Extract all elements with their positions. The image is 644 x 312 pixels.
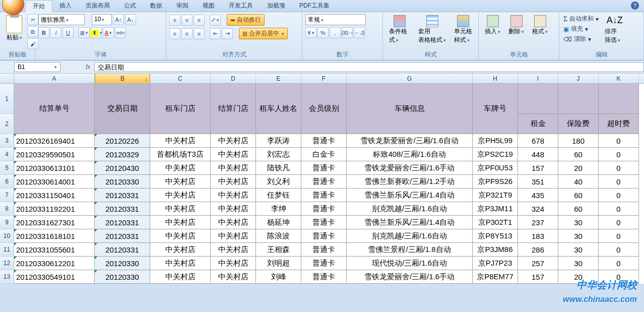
- data-cell[interactable]: 30: [558, 243, 599, 257]
- data-cell[interactable]: 20120330: [95, 270, 150, 284]
- col-header-H[interactable]: H: [473, 74, 518, 83]
- select-all-corner[interactable]: [0, 74, 14, 83]
- wrap-text-button[interactable]: ➥自动换行: [227, 14, 265, 26]
- data-cell[interactable]: 任梦钰: [256, 189, 301, 202]
- data-cell[interactable]: 183: [518, 229, 558, 243]
- data-cell[interactable]: 雪铁龙爱丽舍/三厢/1.6手动: [347, 161, 473, 175]
- data-cell[interactable]: 刘峰: [256, 270, 301, 284]
- font-name-combo[interactable]: 微软雅黑: [38, 14, 85, 25]
- border-button[interactable]: ⊞: [79, 27, 90, 38]
- data-cell[interactable]: 30: [558, 257, 599, 270]
- grow-font-button[interactable]: A↑: [113, 14, 124, 25]
- data-cell[interactable]: 20120331: [95, 189, 150, 202]
- accounting-format-button[interactable]: ¥: [305, 27, 316, 38]
- number-format-combo[interactable]: 常规: [305, 14, 366, 25]
- header-cell[interactable]: [518, 84, 558, 114]
- merge-center-button[interactable]: ⊞合并后居中: [239, 28, 288, 39]
- data-cell[interactable]: 雪铁龙爱丽舍/三厢/1.6手动: [347, 270, 473, 284]
- row-header-5[interactable]: 5: [0, 161, 14, 175]
- row-header-11[interactable]: 11: [0, 243, 14, 257]
- data-cell[interactable]: 中关村店: [150, 134, 211, 148]
- row-header-2[interactable]: 2: [0, 114, 14, 134]
- col-header-K[interactable]: K: [599, 74, 639, 83]
- row-header-10[interactable]: 10: [0, 229, 14, 243]
- header-cell[interactable]: 车牌号: [473, 84, 518, 134]
- paste-button[interactable]: 粘贴: [3, 14, 25, 43]
- header-cell[interactable]: [558, 84, 599, 114]
- data-cell[interactable]: 237: [518, 216, 558, 229]
- fill-color-button[interactable]: ⬍: [91, 27, 102, 38]
- row-header-7[interactable]: 7: [0, 189, 14, 202]
- col-header-J[interactable]: J: [558, 74, 599, 83]
- data-cell[interactable]: 中关村店: [150, 216, 211, 229]
- data-cell[interactable]: 20120330613101: [14, 161, 95, 175]
- data-cell[interactable]: 30: [558, 216, 599, 229]
- ribbon-tab-8[interactable]: 加载项: [260, 0, 292, 12]
- row-header-6[interactable]: 6: [0, 175, 14, 189]
- ribbon-tab-6[interactable]: 视图: [196, 0, 222, 12]
- decrease-decimal-button[interactable]: ←.0: [354, 27, 365, 38]
- formula-bar-input[interactable]: 交易日期: [94, 62, 644, 72]
- ribbon-tab-2[interactable]: 页面布局: [79, 0, 117, 12]
- align-middle-button[interactable]: ≡: [181, 15, 192, 26]
- format-cells-button[interactable]: 格式: [529, 14, 551, 37]
- ribbon-tab-1[interactable]: 插入: [52, 0, 79, 12]
- data-cell[interactable]: 20120331150401: [14, 189, 95, 202]
- row-header-12[interactable]: 12: [0, 257, 14, 270]
- data-cell[interactable]: 杨延坤: [256, 216, 301, 229]
- data-cell[interactable]: 京P321T9: [473, 189, 518, 202]
- fx-icon[interactable]: fx: [86, 64, 90, 71]
- data-cell[interactable]: 刘宏志: [256, 148, 301, 161]
- bold-button[interactable]: B: [38, 27, 49, 38]
- header-cell[interactable]: 租车门店: [150, 84, 211, 134]
- data-cell[interactable]: 20: [558, 161, 599, 175]
- data-cell[interactable]: 中关村店: [211, 270, 256, 284]
- data-cell[interactable]: 京P8EM77: [473, 270, 518, 284]
- comma-button[interactable]: ,: [330, 27, 341, 38]
- data-cell[interactable]: 中关村店: [150, 229, 211, 243]
- data-cell[interactable]: 京P302T1: [473, 216, 518, 229]
- header-cell[interactable]: 结算门店: [211, 84, 256, 134]
- data-cell[interactable]: 中关村店: [150, 270, 211, 284]
- format-as-table-button[interactable]: 套用 表格格式: [415, 14, 449, 45]
- data-cell[interactable]: 20120331627301: [14, 216, 95, 229]
- data-cell[interactable]: 324: [518, 202, 558, 216]
- data-cell[interactable]: 20120331055601: [14, 243, 95, 257]
- insert-cells-button[interactable]: 插入: [482, 14, 503, 37]
- ribbon-tab-9[interactable]: PDF工具集: [292, 0, 337, 12]
- decrease-indent-button[interactable]: ⇤: [210, 28, 221, 39]
- italic-button[interactable]: I: [50, 27, 61, 38]
- row-header-9[interactable]: 9: [0, 216, 14, 229]
- sort-filter-button[interactable]: A↓Z排序 筛选: [602, 14, 623, 45]
- data-cell[interactable]: 刘义利: [256, 175, 301, 189]
- header-cell[interactable]: 结算单号: [14, 84, 95, 134]
- ribbon-tab-5[interactable]: 审阅: [169, 0, 196, 12]
- row-header-8[interactable]: 8: [0, 202, 14, 216]
- font-color-button[interactable]: A: [103, 27, 114, 38]
- ribbon-tab-3[interactable]: 公式: [117, 0, 143, 12]
- data-cell[interactable]: 中关村店: [150, 175, 211, 189]
- data-cell[interactable]: 20120330614001: [14, 175, 95, 189]
- data-cell[interactable]: 中关村店: [211, 175, 256, 189]
- data-cell[interactable]: 60: [558, 202, 599, 216]
- col-header-E[interactable]: E: [256, 74, 301, 83]
- data-cell[interactable]: 中关村店: [211, 243, 256, 257]
- data-cell[interactable]: 白金卡: [301, 148, 347, 161]
- increase-decimal-button[interactable]: .00→: [342, 27, 353, 38]
- header-cell[interactable]: 会员级别: [301, 84, 347, 134]
- data-cell[interactable]: 普通卡: [301, 161, 347, 175]
- data-cell[interactable]: 普通卡: [301, 257, 347, 270]
- col-header-F[interactable]: F: [301, 74, 347, 83]
- ribbon-tab-0[interactable]: 开始: [25, 0, 52, 12]
- data-cell[interactable]: 首都机场T3店: [150, 148, 211, 161]
- align-center-button[interactable]: ≡: [181, 28, 192, 39]
- data-cell[interactable]: 20120330612201: [14, 257, 95, 270]
- data-cell[interactable]: 20120331: [95, 202, 150, 216]
- data-cell[interactable]: 20120226: [95, 134, 150, 148]
- data-cell[interactable]: 0: [599, 134, 639, 148]
- data-cell[interactable]: 20120331: [95, 243, 150, 257]
- data-cell[interactable]: 京PF9S26: [473, 175, 518, 189]
- col-header-C[interactable]: C: [150, 74, 211, 83]
- data-cell[interactable]: 中关村店: [211, 202, 256, 216]
- data-cell[interactable]: 京P8Y513: [473, 229, 518, 243]
